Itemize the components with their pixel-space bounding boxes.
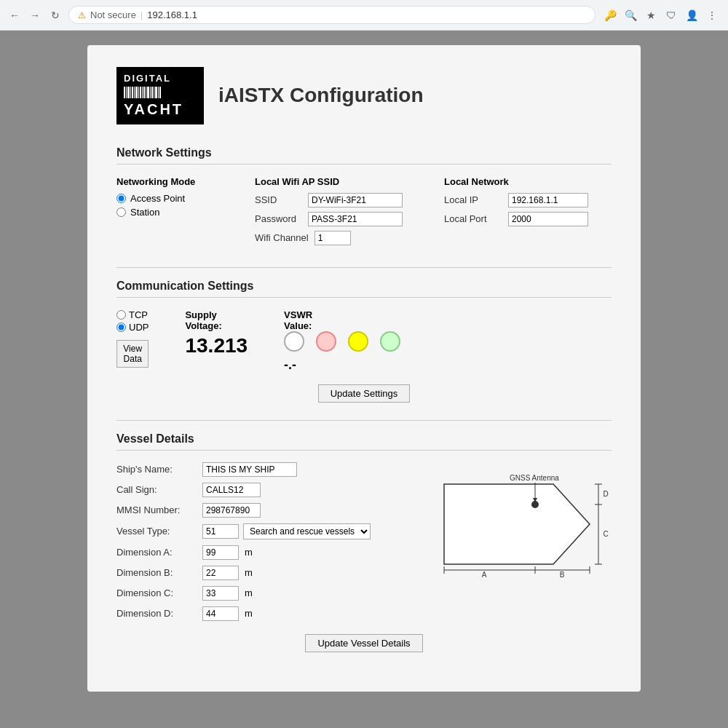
key-icon[interactable]: 🔑 [601,7,619,24]
networking-mode-label: Networking Mode [116,176,226,187]
logo: DIGITAL YACHT [116,67,204,124]
dimension-c-label: Dimension C: [116,587,197,598]
gnss-antenna-label: GNSS Antenna [510,474,559,482]
svg-marker-0 [444,484,590,564]
logo-barcode [124,87,197,98]
vessel-form: Ship's Name: Call Sign: MMSI Number: Ves… [116,462,408,627]
dimension-b-unit: m [245,567,253,578]
network-settings-section: Network Settings Networking Mode Access … [116,146,612,250]
dimension-c-row: Dimension C: m [116,586,408,601]
vessel-details-section: Vessel Details Ship's Name: Call Sign: M… [116,432,612,652]
local-network-col: Local Network Local IP Local Port [444,176,590,250]
ssid-label: SSID [255,194,302,205]
view-data-button[interactable]: View Data [116,340,149,368]
network-grid: Networking Mode Access Point Station [116,176,612,250]
tcp-label: TCP [129,309,148,320]
logo-digital: DIGITAL [124,73,197,85]
vswr-col: VSWRValue: -.- [284,309,400,373]
access-point-label: Access Point [130,193,185,204]
ships-name-row: Ship's Name: [116,462,408,477]
tcp-radio[interactable] [116,310,126,320]
wifi-channel-input[interactable] [314,231,351,245]
udp-radio-item[interactable]: UDP [116,322,149,333]
station-radio[interactable] [116,207,126,217]
local-ip-input[interactable] [508,193,588,207]
vswr-circles [284,331,400,352]
browser-chrome: ← → ↻ ⚠ Not secure | 192.168.1.1 🔑 🔍 ★ 🛡… [0,0,728,31]
ssid-input[interactable] [308,193,403,207]
mmsi-row: MMSI Number: [116,503,408,518]
station-radio-item[interactable]: Station [116,207,226,218]
diagram-a-label: A [482,571,487,579]
wifi-channel-row: Wifi Channel [255,231,415,245]
not-secure-label: Not secure [90,9,136,20]
vswr-label: VSWRValue: [284,309,400,331]
wifi-ssid-col: Local Wifi AP SSID SSID Password Wifi Ch… [255,176,415,250]
networking-mode-radio-group: Access Point Station [116,193,226,218]
local-port-input[interactable] [508,212,588,226]
page-title: iAISTX Configuration [218,84,424,107]
local-ip-label: Local IP [444,194,502,205]
dimension-a-label: Dimension A: [116,547,197,558]
comm-settings-title: Communication Settings [116,280,612,298]
ssid-row: SSID [255,193,415,207]
mmsi-input[interactable] [202,503,261,518]
nav-refresh-button[interactable]: ↻ [48,8,63,23]
search-icon[interactable]: 🔍 [622,7,639,24]
avatar-icon[interactable]: 👤 [683,7,700,24]
menu-icon[interactable]: ⋮ [703,7,721,24]
wifi-ap-ssid-title: Local Wifi AP SSID [255,176,415,187]
ships-name-label: Ship's Name: [116,464,197,475]
dimension-b-row: Dimension B: m [116,566,408,580]
dimension-c-input[interactable] [202,586,239,601]
call-sign-row: Call Sign: [116,483,408,497]
lock-icon: ⚠ [78,10,86,20]
password-label: Password [255,213,302,224]
dimension-a-input[interactable] [202,545,239,560]
access-point-radio[interactable] [116,194,126,203]
url-separator: | [141,9,143,20]
shield-icon[interactable]: 🛡 [662,7,680,24]
dimension-d-label: Dimension D: [116,608,197,619]
vessel-diagram: GNSS Antenna A B [422,462,612,627]
dimension-c-unit: m [245,587,253,598]
toolbar-icons: 🔑 🔍 ★ 🛡 👤 ⋮ [601,7,721,24]
ships-name-input[interactable] [202,462,297,477]
vswr-circle-2 [316,331,336,352]
bookmark-icon[interactable]: ★ [642,7,660,24]
comm-settings-section: Communication Settings TCP UDP V [116,280,612,403]
vswr-circle-1 [284,331,304,352]
vswr-value: -.- [284,357,400,373]
update-vessel-button[interactable]: Update Vessel Details [305,634,422,652]
diagram-b-label: B [560,571,565,579]
update-settings-button[interactable]: Update Settings [318,384,411,403]
diagram-c-label: C [603,530,608,538]
dimension-a-unit: m [245,547,253,558]
vessel-layout: Ship's Name: Call Sign: MMSI Number: Ves… [116,462,612,627]
vessel-diagram-svg: GNSS Antenna A B [422,462,612,579]
network-divider [116,267,612,268]
dimension-b-input[interactable] [202,566,239,580]
access-point-radio-item[interactable]: Access Point [116,193,226,204]
comm-layout: TCP UDP View Data SupplyVoltage: 13.213 [116,309,612,373]
local-port-label: Local Port [444,213,502,224]
password-input[interactable] [308,212,403,226]
address-bar[interactable]: ⚠ Not secure | 192.168.1.1 [68,6,596,24]
logo-yacht: YACHT [124,100,197,119]
dimension-d-input[interactable] [202,606,239,621]
password-row: Password [255,212,415,226]
tcp-radio-item[interactable]: TCP [116,309,148,320]
dimension-b-label: Dimension B: [116,567,197,578]
vswr-circle-4 [380,331,400,352]
call-sign-input[interactable] [202,483,261,497]
url-display: 192.168.1.1 [147,9,197,20]
dimension-d-unit: m [245,608,253,619]
nav-back-button[interactable]: ← [7,8,22,23]
supply-voltage-label: SupplyVoltage: [185,309,248,331]
comm-radio-group: TCP UDP [116,309,149,333]
vessel-type-number-input[interactable] [202,524,239,539]
nav-forward-button[interactable]: → [28,8,42,23]
udp-radio[interactable] [116,323,126,332]
vessel-type-select[interactable]: Search and rescue vessels [243,523,371,539]
page-header: DIGITAL YACHT iAISTX Configuration [116,67,612,124]
